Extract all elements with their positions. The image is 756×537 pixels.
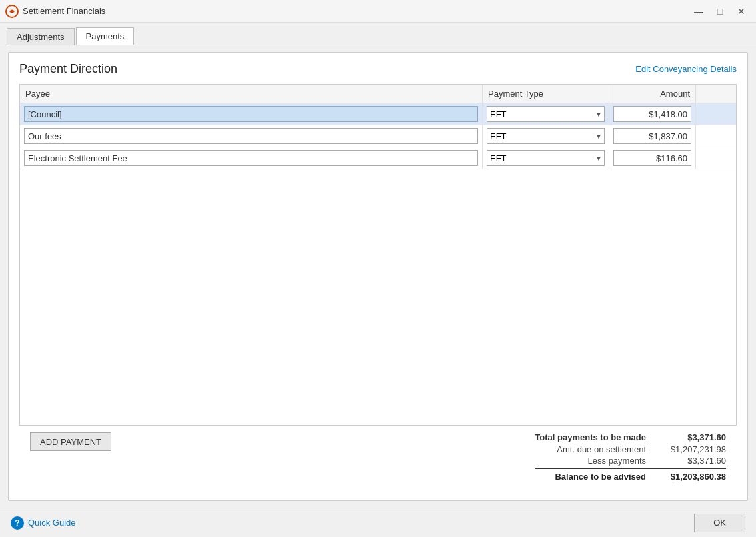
app-logo-icon [5,5,19,18]
less-payments-row: Less payments $3,371.60 [535,456,726,466]
payment-type-select[interactable]: EFT Cheque Cash Direct Credit [487,128,605,144]
col-header-payment-type: Payment Type [483,85,609,103]
table-row[interactable]: EFT Cheque Cash Direct Credit ▼ [20,125,736,147]
col-header-amount: Amount [609,85,696,103]
payee-cell [20,103,483,125]
section-header: Payment Direction Edit Conveyancing Deta… [19,62,737,76]
section-title: Payment Direction [19,62,117,76]
amount-cell [609,147,696,169]
tab-adjustments[interactable]: Adjustments [7,28,75,45]
payment-type-select-wrapper: EFT Cheque Cash Direct Credit ▼ [487,106,605,122]
amount-cell [609,103,696,125]
total-payments-row: Total payments to be made $3,371.60 [535,432,726,442]
amt-due-row: Amt. due on settlement $1,207,231.98 [535,444,726,454]
row-actions-cell [696,155,736,161]
amount-cell [609,125,696,147]
titlebar-controls: — □ ✕ [689,4,751,19]
row-actions-cell [696,111,736,117]
payment-type-select-wrapper: EFT Cheque Cash Direct Credit ▼ [487,150,605,166]
balance-label: Balance to be advised [555,472,646,482]
balance-row: Balance to be advised $1,203,860.38 [535,472,726,482]
footer-area: ADD PAYMENT Total payments to be made $3… [19,426,737,491]
payment-type-select[interactable]: EFT Cheque Cash Direct Credit [487,106,605,122]
summary-divider [535,468,726,469]
maximize-button[interactable]: □ [711,4,729,19]
payee-input[interactable] [24,106,478,122]
payee-input[interactable] [24,150,478,166]
payment-type-cell: EFT Cheque Cash Direct Credit ▼ [483,103,609,125]
balance-value: $1,203,860.38 [659,472,726,482]
table-row[interactable]: EFT Cheque Cash Direct Credit ▼ [20,147,736,169]
amount-input[interactable] [613,150,691,166]
payee-input[interactable] [24,128,478,144]
row-actions-cell [696,133,736,139]
main-content: Adjustments Payments Payment Direction E… [0,23,756,508]
amt-due-value: $1,207,231.98 [659,444,726,454]
payment-table: Payee Payment Type Amount [19,84,737,426]
panel-inner: Payment Direction Edit Conveyancing Deta… [9,53,747,500]
quick-guide-label: Quick Guide [28,518,76,528]
col-header-actions [696,85,736,103]
help-icon: ? [11,516,24,530]
payment-type-cell: EFT Cheque Cash Direct Credit ▼ [483,147,609,169]
payment-type-cell: EFT Cheque Cash Direct Credit ▼ [483,125,609,147]
minimize-button[interactable]: — [689,4,708,19]
titlebar-left: Settlement Financials [5,5,105,18]
window-title: Settlement Financials [23,6,105,16]
amount-input[interactable] [613,106,691,122]
close-button[interactable]: ✕ [732,4,751,19]
total-payments-value: $3,371.60 [659,432,726,442]
payee-cell [20,147,483,169]
add-payment-button[interactable]: ADD PAYMENT [30,432,111,451]
total-payments-label: Total payments to be made [535,432,646,442]
edit-conveyancing-link[interactable]: Edit Conveyancing Details [635,64,737,74]
amt-due-label: Amt. due on settlement [557,444,646,454]
panel: Payment Direction Edit Conveyancing Deta… [8,52,748,501]
less-payments-label: Less payments [588,456,646,466]
tabs-bar: Adjustments Payments [0,23,756,45]
titlebar: Settlement Financials — □ ✕ [0,0,756,23]
table-body: EFT Cheque Cash Direct Credit ▼ [20,103,736,425]
table-header: Payee Payment Type Amount [20,85,736,103]
summary-section: Total payments to be made $3,371.60 Amt.… [535,432,726,482]
less-payments-value: $3,371.60 [659,456,726,466]
amount-input[interactable] [613,128,691,144]
ok-button[interactable]: OK [694,514,745,532]
payment-type-select-wrapper: EFT Cheque Cash Direct Credit ▼ [487,128,605,144]
payment-type-select[interactable]: EFT Cheque Cash Direct Credit [487,150,605,166]
table-row[interactable]: EFT Cheque Cash Direct Credit ▼ [20,103,736,125]
quick-guide-link[interactable]: ? Quick Guide [11,516,76,530]
payee-cell [20,125,483,147]
col-header-payee: Payee [20,85,483,103]
bottom-bar: ? Quick Guide OK [0,508,756,537]
tab-payments[interactable]: Payments [76,27,135,45]
